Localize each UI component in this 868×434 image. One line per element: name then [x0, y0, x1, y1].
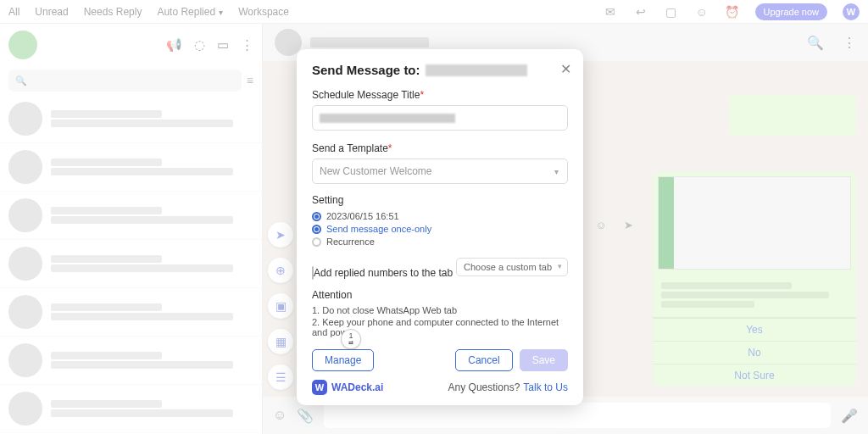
custom-tab-select[interactable]: Choose a custom tab — [456, 258, 568, 276]
attention-item: 1. Do not close WhatsApp Web tab — [312, 305, 568, 315]
modal-title: Send Message to: — [312, 63, 568, 77]
recurrence-row[interactable]: Recurrence — [312, 236, 568, 247]
attention-title: Attention — [312, 289, 568, 301]
questions-text: Any Questions?Talk to Us — [448, 381, 568, 393]
send-message-modal: ✕ Send Message to: Schedule Message Titl… — [297, 49, 583, 405]
schedule-title-label: Schedule Message Title — [312, 89, 568, 101]
setting-title: Setting — [312, 194, 568, 206]
add-replied-checkbox[interactable]: Add replied numbers to the tab — [312, 267, 453, 279]
datetime-row[interactable]: 2023/06/15 16:51 — [312, 211, 568, 221]
template-select[interactable]: New Customer Welcome — [312, 159, 568, 184]
brand-logo: WWADeck.ai — [312, 380, 383, 395]
schedule-title-input[interactable] — [312, 105, 568, 131]
close-icon[interactable]: ✕ — [560, 61, 571, 77]
template-label: Send a Template — [312, 142, 568, 154]
talk-to-us-link[interactable]: Talk to Us — [523, 381, 568, 393]
once-only-row[interactable]: Send message once-only — [312, 224, 568, 234]
step-pin: 1⇄ — [341, 329, 361, 349]
manage-button[interactable]: Manage — [312, 349, 374, 371]
save-button[interactable]: Save — [520, 349, 568, 371]
cancel-button[interactable]: Cancel — [455, 349, 512, 371]
